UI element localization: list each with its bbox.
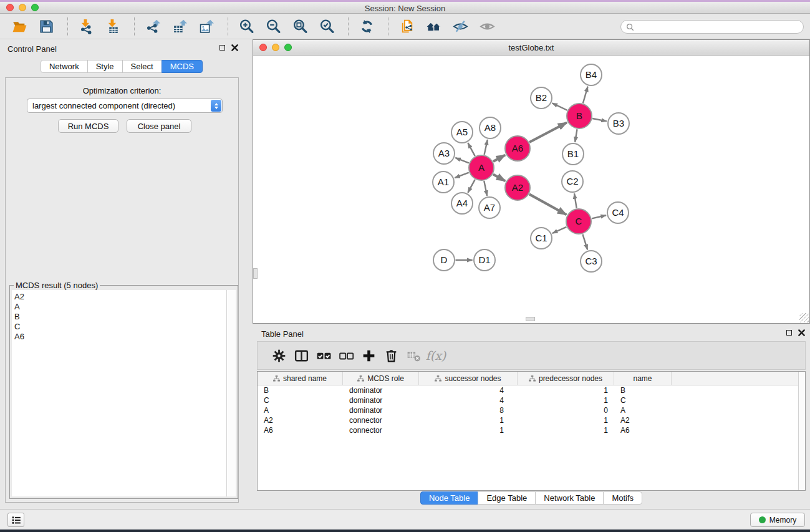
delete-table-button[interactable]	[402, 344, 425, 367]
tab-style[interactable]: Style	[87, 60, 123, 73]
function-builder-button[interactable]: f(x)	[425, 344, 447, 367]
graph-edge-C-C2[interactable]	[574, 193, 577, 208]
graph-node-B3[interactable]: B3	[608, 113, 629, 134]
cell-predecessor-nodes[interactable]: 1	[518, 395, 614, 405]
cell-predecessor-nodes[interactable]: 1	[518, 425, 614, 435]
graph-node-D1[interactable]: D1	[474, 249, 495, 271]
cell-successor-nodes[interactable]: 4	[419, 385, 518, 395]
graph-node-A5[interactable]: A5	[451, 122, 473, 143]
delete-column-button[interactable]	[380, 344, 402, 367]
cell-name[interactable]: C	[614, 395, 672, 405]
graph-node-A1[interactable]: A1	[433, 172, 454, 193]
column-header-name[interactable]: name	[614, 372, 672, 385]
search-field[interactable]	[620, 20, 804, 34]
graph-node-B[interactable]: B	[567, 104, 592, 128]
graph-node-B1[interactable]: B1	[562, 143, 584, 165]
graph-edge-A-A4[interactable]	[468, 180, 475, 193]
search-input[interactable]	[637, 22, 803, 31]
tab-mcds[interactable]: MCDS	[162, 60, 203, 73]
table-row[interactable]: Cdominator41C	[258, 395, 805, 405]
table-row[interactable]: Adominator80A	[258, 405, 805, 415]
graph-edge-B-B2[interactable]	[552, 103, 567, 110]
cell-name[interactable]: A	[614, 405, 672, 415]
graph-edge-A-A7[interactable]	[484, 181, 487, 196]
open-file-button[interactable]	[7, 16, 31, 37]
network-canvas[interactable]: B4B2BB3A5A8A6A3B1AA1C2A2A4A7C4CC1C3DD1	[253, 56, 809, 323]
column-header-MCDS-role[interactable]: MCDS role	[343, 372, 419, 385]
select-all-button[interactable]	[312, 344, 335, 367]
column-view-button[interactable]	[290, 344, 312, 367]
graph-node-A2[interactable]: A2	[505, 175, 530, 200]
cell-predecessor-nodes[interactable]: 1	[518, 385, 614, 395]
tab-edge-table[interactable]: Edge Table	[478, 491, 536, 505]
refresh-button[interactable]	[355, 16, 378, 37]
graph-node-A[interactable]: A	[469, 155, 494, 180]
optimization-criterion-select[interactable]: largest connected component (directed)	[27, 99, 223, 113]
tab-select[interactable]: Select	[122, 60, 162, 73]
graph-node-A7[interactable]: A7	[479, 197, 500, 218]
cell-name[interactable]: B	[614, 385, 672, 395]
deselect-all-button[interactable]	[335, 344, 357, 367]
export-network-button[interactable]	[141, 16, 165, 37]
cell-MCDS-role[interactable]: dominator	[343, 385, 419, 395]
graph-edge-A-A8[interactable]	[485, 140, 488, 155]
cell-shared-name[interactable]: C	[258, 395, 343, 405]
graph-edge-B-B3[interactable]	[592, 118, 607, 121]
table-scrollbar[interactable]	[798, 372, 805, 490]
cell-predecessor-nodes[interactable]: 1	[518, 415, 614, 425]
graph-node-C4[interactable]: C4	[607, 202, 629, 223]
export-table-button[interactable]	[168, 16, 191, 37]
export-image-button[interactable]	[195, 16, 218, 37]
graph-node-C[interactable]: C	[566, 209, 591, 234]
graph-edge-B-B4[interactable]	[583, 87, 588, 104]
cell-successor-nodes[interactable]: 4	[419, 395, 518, 405]
cell-MCDS-role[interactable]: connector	[343, 415, 419, 425]
cell-shared-name[interactable]: A6	[258, 425, 343, 435]
table-row[interactable]: A6connector11A6	[258, 425, 805, 435]
graph-node-A8[interactable]: A8	[480, 117, 501, 138]
graph-node-A4[interactable]: A4	[451, 193, 473, 214]
tab-node-table[interactable]: Node Table	[420, 491, 479, 505]
zoom-selected-button[interactable]	[315, 16, 339, 37]
graph-edge-A-A3[interactable]	[455, 158, 469, 163]
cell-MCDS-role[interactable]: dominator	[343, 395, 419, 405]
add-column-button[interactable]	[357, 344, 380, 367]
show-details-button[interactable]	[475, 16, 499, 37]
graph-edge-C-C3[interactable]	[582, 235, 587, 250]
graph-edge-A-A6[interactable]	[493, 155, 505, 162]
close-table-panel-icon[interactable]	[798, 329, 805, 336]
table-row[interactable]: A2connector11A2	[258, 415, 805, 425]
cell-shared-name[interactable]: A	[258, 405, 343, 415]
cell-MCDS-role[interactable]: dominator	[343, 405, 419, 415]
first-neighbors-button[interactable]	[422, 16, 445, 37]
resize-grip-icon[interactable]	[799, 313, 809, 322]
cell-successor-nodes[interactable]: 1	[419, 425, 518, 435]
vertical-scrollbar-stub[interactable]	[253, 268, 258, 279]
cell-MCDS-role[interactable]: connector	[343, 425, 419, 435]
result-scrollbar[interactable]	[227, 290, 236, 496]
table-row[interactable]: Bdominator41B	[258, 385, 805, 395]
result-item[interactable]: A2	[14, 292, 226, 302]
new-network-from-selection-button[interactable]	[395, 16, 418, 37]
result-item[interactable]: A	[14, 302, 226, 312]
float-panel-icon[interactable]	[219, 45, 225, 51]
column-header-successor-nodes[interactable]: successor nodes	[419, 372, 518, 385]
graph-node-C1[interactable]: C1	[531, 228, 552, 249]
tab-network[interactable]: Network	[41, 60, 88, 73]
close-panel-icon[interactable]	[231, 44, 238, 51]
graph-edge-A6-B[interactable]	[529, 122, 567, 142]
cell-shared-name[interactable]: A2	[258, 415, 343, 425]
result-item[interactable]: C	[14, 322, 226, 332]
column-header-shared-name[interactable]: shared name	[258, 372, 343, 385]
graph-node-B4[interactable]: B4	[581, 64, 602, 85]
graph-edge-A-A1[interactable]	[455, 173, 469, 178]
network-window-titlebar[interactable]: testGlobe.txt	[253, 40, 809, 56]
graph-edge-C-C4[interactable]	[592, 215, 606, 218]
mcds-result-list[interactable]: A2ABCA6	[12, 290, 227, 496]
zoom-fit-button[interactable]	[288, 16, 312, 37]
graph-edge-A2-C[interactable]	[529, 194, 566, 215]
graph-node-C3[interactable]: C3	[581, 251, 602, 272]
horizontal-scrollbar-stub[interactable]	[526, 317, 535, 321]
graph-node-A3[interactable]: A3	[433, 143, 455, 164]
cell-successor-nodes[interactable]: 1	[419, 415, 518, 425]
